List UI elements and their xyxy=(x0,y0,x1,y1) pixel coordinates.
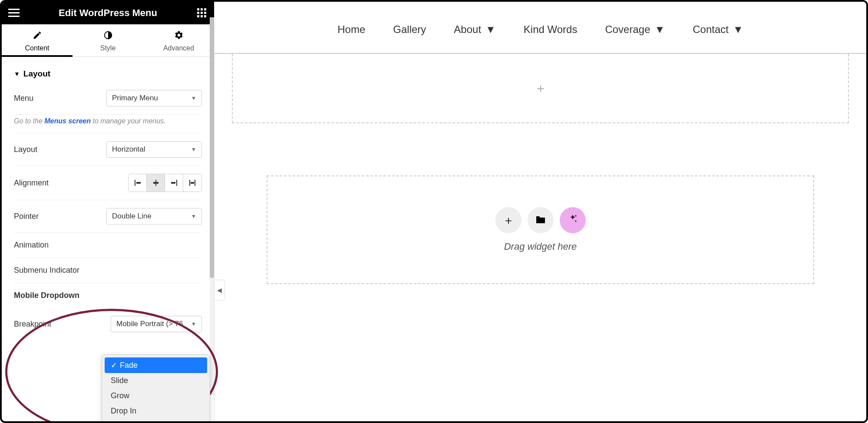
contrast-icon xyxy=(73,30,143,43)
control-pointer: Pointer Double Line ▼ xyxy=(14,200,202,233)
nav-item-gallery[interactable]: Gallery xyxy=(393,23,426,36)
caret-down-icon: ▼ xyxy=(654,23,665,36)
control-label: Pointer xyxy=(14,212,39,221)
dropdown-item-slide[interactable]: Slide xyxy=(105,373,207,388)
tab-label: Advanced xyxy=(163,44,194,52)
control-label: Layout xyxy=(14,145,37,154)
select-value: Horizontal xyxy=(112,145,145,154)
svg-rect-19 xyxy=(189,180,190,186)
sparkle-icon xyxy=(568,214,578,227)
folder-icon xyxy=(535,214,546,227)
folder-button[interactable] xyxy=(528,207,554,233)
svg-rect-4 xyxy=(201,8,203,10)
pointer-select[interactable]: Double Line ▼ xyxy=(106,208,202,225)
svg-rect-2 xyxy=(8,16,20,17)
align-left-button[interactable] xyxy=(129,174,147,192)
add-widget-button[interactable]: ＋ xyxy=(495,207,521,233)
control-label: Mobile Dropdown xyxy=(14,291,79,300)
nav-item-contact[interactable]: Contact ▼ xyxy=(693,23,743,36)
svg-rect-13 xyxy=(135,180,135,186)
tab-content[interactable]: Content xyxy=(2,24,73,56)
caret-down-icon: ▼ xyxy=(191,146,196,152)
menu-select[interactable]: Primary Menu ▼ xyxy=(106,90,202,106)
svg-rect-11 xyxy=(204,15,206,17)
svg-rect-1 xyxy=(8,12,20,13)
control-breakpoint: Breakpoint Mobile Portrait (> 76 ▼ xyxy=(14,308,202,340)
svg-rect-18 xyxy=(171,182,175,184)
svg-rect-5 xyxy=(204,8,206,10)
drag-hint-text: Drag widget here xyxy=(504,241,577,252)
svg-rect-16 xyxy=(153,182,158,184)
select-value: Mobile Portrait (> 76 xyxy=(116,320,183,328)
nav-item-about[interactable]: About ▼ xyxy=(454,23,495,36)
layout-select[interactable]: Horizontal ▼ xyxy=(106,141,202,158)
control-label: Animation xyxy=(14,241,49,250)
tab-advanced[interactable]: Advanced xyxy=(143,24,214,56)
hamburger-icon[interactable] xyxy=(8,7,20,19)
pencil-icon xyxy=(2,30,73,43)
section-title: Layout xyxy=(23,69,50,79)
svg-point-23 xyxy=(575,220,576,221)
menus-screen-link[interactable]: Menus screen xyxy=(44,117,91,125)
svg-rect-6 xyxy=(197,12,199,14)
section-layout-header[interactable]: ▼ Layout xyxy=(14,57,202,82)
control-menu: Menu Primary Menu ▼ xyxy=(14,82,202,115)
check-icon: ✓ xyxy=(111,361,117,370)
add-section-zone[interactable]: ＋ xyxy=(232,54,849,123)
alignment-segmented xyxy=(128,174,202,192)
svg-rect-7 xyxy=(201,12,203,14)
preview-canvas: ◀ Home Gallery About ▼ Kind Words Covera… xyxy=(215,2,866,421)
control-mobile-dropdown: Mobile Dropdown xyxy=(14,283,202,308)
svg-rect-17 xyxy=(176,180,177,186)
svg-rect-10 xyxy=(201,15,203,17)
menu-hint: Go to the Menus screen to manage your me… xyxy=(14,115,202,133)
control-layout: Layout Horizontal ▼ xyxy=(14,133,202,166)
caret-down-icon: ▼ xyxy=(14,70,20,77)
caret-down-icon: ▼ xyxy=(191,95,196,101)
svg-rect-9 xyxy=(197,15,199,17)
svg-rect-14 xyxy=(136,182,141,184)
align-center-button[interactable] xyxy=(147,174,165,192)
dropdown-item-fade[interactable]: ✓Fade xyxy=(105,357,207,373)
control-alignment: Alignment xyxy=(14,166,202,200)
caret-down-icon: ▼ xyxy=(733,23,743,36)
widget-drop-zone[interactable]: ＋ Drag widget here xyxy=(267,175,814,284)
tab-style[interactable]: Style xyxy=(73,24,143,56)
apps-grid-icon[interactable] xyxy=(196,7,208,19)
caret-down-icon: ▼ xyxy=(191,321,196,327)
caret-down-icon: ▼ xyxy=(191,213,196,219)
dropdown-item-dropout[interactable]: Drop Out xyxy=(105,419,207,423)
select-value: Primary Menu xyxy=(112,94,158,102)
caret-down-icon: ▼ xyxy=(485,23,496,36)
gear-icon xyxy=(143,30,214,43)
breakpoint-select[interactable]: Mobile Portrait (> 76 ▼ xyxy=(111,316,202,332)
nav-item-kindwords[interactable]: Kind Words xyxy=(524,23,578,36)
sidebar-header: Edit WordPress Menu xyxy=(2,2,214,24)
svg-rect-21 xyxy=(191,182,194,184)
nav-item-home[interactable]: Home xyxy=(337,23,365,36)
svg-rect-20 xyxy=(195,180,195,186)
tab-label: Style xyxy=(100,44,116,52)
panel-content: ▼ Layout Menu Primary Menu ▼ Go to the M… xyxy=(2,57,214,340)
editor-sidebar: Edit WordPress Menu Content S xyxy=(2,2,215,421)
drop-zone-actions: ＋ xyxy=(495,207,586,233)
align-stretch-button[interactable] xyxy=(183,174,201,192)
tab-label: Content xyxy=(25,44,49,52)
ai-button[interactable] xyxy=(560,207,586,233)
dropdown-item-dropin[interactable]: Drop In xyxy=(105,403,207,419)
align-right-button[interactable] xyxy=(165,174,183,192)
control-label: Breakpoint xyxy=(14,320,51,329)
animation-dropdown: ✓Fade Slide Grow Drop In Drop Out None xyxy=(102,354,210,423)
plus-icon: ＋ xyxy=(503,213,514,228)
svg-rect-0 xyxy=(8,9,20,10)
wordpress-menu-preview: Home Gallery About ▼ Kind Words Coverage… xyxy=(215,2,866,54)
svg-rect-8 xyxy=(204,12,206,14)
svg-point-22 xyxy=(575,215,576,216)
nav-item-coverage[interactable]: Coverage ▼ xyxy=(605,23,665,36)
plus-icon: ＋ xyxy=(534,79,547,97)
svg-rect-3 xyxy=(197,8,199,10)
control-label: Menu xyxy=(14,94,33,103)
dropdown-item-grow[interactable]: Grow xyxy=(105,388,207,403)
collapse-sidebar-button[interactable]: ◀ xyxy=(215,280,225,301)
control-label: Submenu Indicator xyxy=(14,266,79,275)
